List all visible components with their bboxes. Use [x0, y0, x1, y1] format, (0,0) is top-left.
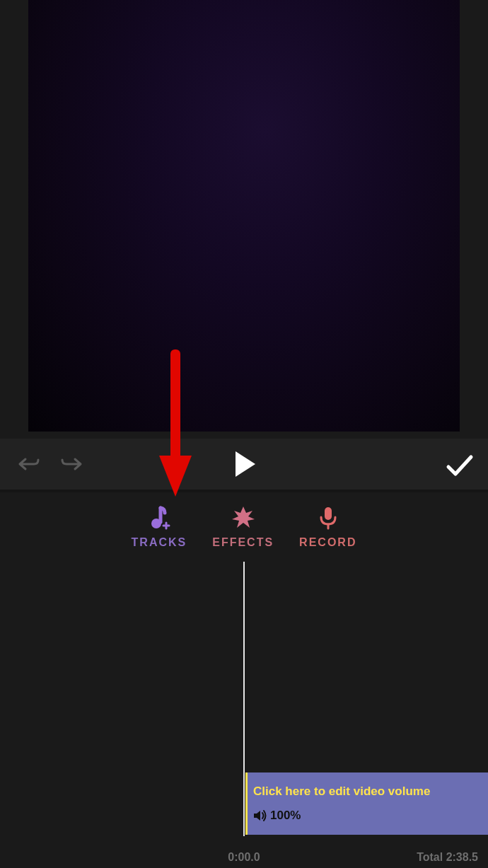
record-tab-label: RECORD: [299, 536, 356, 549]
microphone-icon: [315, 505, 341, 531]
record-tab[interactable]: RECORD: [299, 505, 356, 549]
undo-icon: [17, 454, 40, 474]
volume-value-row: 100%: [253, 809, 488, 823]
svg-rect-1: [325, 507, 332, 520]
play-icon: [233, 450, 257, 478]
redo-button[interactable]: [59, 451, 85, 477]
volume-percent: 100%: [270, 809, 301, 823]
video-editor-screen: TRACKS EFFECTS RECORD Click here to edit…: [0, 0, 488, 868]
timeline-playhead[interactable]: [243, 562, 245, 836]
effects-tab-label: EFFECTS: [212, 536, 274, 549]
speaker-icon: [253, 809, 267, 822]
tracks-tab-label: TRACKS: [132, 536, 187, 549]
volume-hint-text: Click here to edit video volume: [253, 785, 488, 799]
play-button[interactable]: [226, 446, 263, 482]
current-time: 0:00.0: [0, 851, 488, 864]
redo-icon: [61, 454, 83, 474]
video-volume-clip[interactable]: Click here to edit video volume 100%: [245, 772, 488, 835]
music-note-plus-icon: [146, 505, 172, 531]
video-preview[interactable]: [28, 0, 460, 432]
playback-control-bar: [0, 439, 488, 490]
svg-point-0: [151, 519, 161, 528]
effects-tab[interactable]: EFFECTS: [212, 505, 274, 549]
starburst-icon: [231, 505, 256, 531]
confirm-button[interactable]: [444, 450, 475, 481]
preview-area: [0, 0, 488, 439]
audio-tabs-row: TRACKS EFFECTS RECORD: [0, 492, 488, 557]
checkmark-icon: [446, 454, 474, 477]
undo-button[interactable]: [16, 451, 41, 477]
time-bar: . 0:00.0 Total 2:38.5: [0, 846, 488, 868]
tracks-tab[interactable]: TRACKS: [132, 505, 187, 549]
